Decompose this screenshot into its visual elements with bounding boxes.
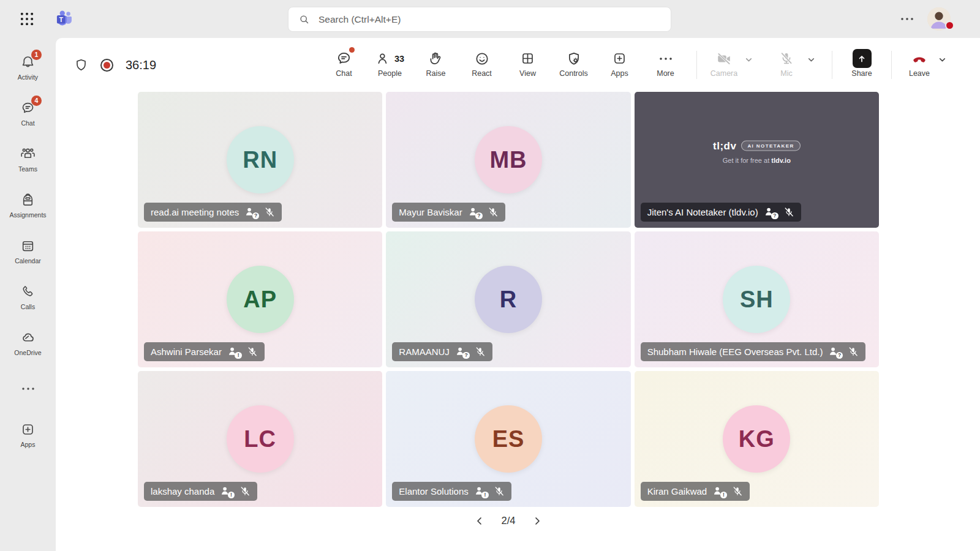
participant-nameplate: Kiran Gaikwad ! [641, 482, 750, 501]
camera-options-chevron-icon[interactable] [745, 56, 753, 64]
tldv-logo: tl;dv [713, 140, 736, 152]
leave-button[interactable]: Leave [900, 48, 938, 78]
shield-gear-icon [566, 48, 582, 69]
mic-off-icon [778, 48, 794, 69]
mic-options-chevron-icon[interactable] [807, 56, 815, 64]
participant-nameplate: RAMAANUJ ? [392, 342, 492, 361]
sidebar-item-teams[interactable]: Teams [0, 136, 56, 182]
meeting-timer: 36:19 [126, 58, 156, 72]
participant-tile[interactable]: LC lakshay chanda ! [138, 371, 382, 507]
share-button[interactable]: Share [841, 48, 883, 78]
mic-muted-icon [247, 347, 258, 358]
people-button[interactable]: 33 People [367, 38, 413, 92]
recording-indicator-icon[interactable] [100, 59, 113, 72]
backpack-icon [20, 192, 36, 208]
sidebar-item-apps[interactable]: Apps [0, 411, 56, 457]
participant-tile[interactable]: RN read.ai meeting notes ? [138, 92, 382, 228]
participant-tile[interactable]: KG Kiran Gaikwad ! [635, 371, 879, 507]
cloud-icon [20, 329, 36, 346]
apps-button[interactable]: Apps [597, 38, 643, 92]
participant-nameplate: Mayur Baviskar ? [392, 203, 505, 222]
mic-muted-icon [264, 207, 275, 218]
sidebar-item-onedrive[interactable]: OneDrive [0, 320, 56, 365]
chat-unread-dot [349, 47, 355, 53]
apps-plus-icon [612, 48, 627, 69]
camera-button[interactable]: Camera [703, 48, 745, 78]
search-bar[interactable] [288, 7, 671, 32]
grid-pagination: 2/4 [138, 515, 879, 527]
participant-name: Ashwini Parsekar [151, 347, 222, 357]
smiley-icon [474, 48, 490, 69]
app-sidebar: 1 Activity 4 Chat Teams [0, 38, 56, 551]
person-status-icon: ? [245, 206, 258, 218]
ellipsis-icon [21, 380, 35, 397]
app-launcher-waffle-icon[interactable] [18, 10, 37, 28]
person-status-icon: ! [228, 346, 241, 358]
avatar: MB [475, 126, 542, 193]
person-status-icon: ! [713, 485, 726, 497]
avatar: R [475, 266, 542, 333]
person-status-icon: ? [456, 346, 469, 358]
topbar-more-icon[interactable] [899, 13, 916, 24]
participant-name: Mayur Baviskar [399, 207, 462, 217]
raise-hand-button[interactable]: Raise [413, 38, 459, 92]
participant-name: Kiran Gaikwad [647, 486, 707, 497]
participant-tile-tldv[interactable]: tl;dv AI NOTETAKER Get it for free at tl… [635, 92, 879, 228]
more-button[interactable]: More [643, 38, 688, 92]
participant-name: read.ai meeting notes [151, 207, 239, 217]
next-page-chevron-icon[interactable] [532, 516, 542, 526]
top-bar: T [0, 0, 980, 38]
participant-nameplate: Ashwini Parsekar ! [144, 342, 265, 361]
sidebar-item-calendar[interactable]: Calendar [0, 228, 56, 274]
raised-hand-icon [428, 48, 444, 69]
tldv-tagline: Get it for free at tldv.io [723, 156, 791, 163]
participant-nameplate: Jiten's AI Notetaker (tldv.io) ? [641, 203, 801, 222]
sidebar-item-more[interactable] [0, 365, 56, 411]
participant-name: lakshay chanda [151, 486, 214, 497]
search-input[interactable] [318, 14, 661, 25]
mic-button[interactable]: Mic [766, 48, 807, 78]
view-button[interactable]: View [505, 38, 551, 92]
meeting-stage: 36:19 Chat [56, 38, 980, 551]
participant-tile[interactable]: MB Mayur Baviskar ? [386, 92, 630, 228]
participant-tile[interactable]: AP Ashwini Parsekar ! [138, 231, 382, 367]
tldv-branding: tl;dv AI NOTETAKER Get it for free at tl… [635, 140, 879, 163]
chat-badge: 4 [31, 96, 42, 106]
mic-muted-icon [494, 486, 505, 497]
avatar: SH [723, 266, 790, 333]
participant-tile[interactable]: ES Elantor Solutions ! [386, 371, 630, 507]
share-screen-icon [853, 48, 872, 69]
avatar: KG [723, 405, 790, 473]
participant-nameplate: read.ai meeting notes ? [144, 203, 282, 222]
chat-button[interactable]: Chat [321, 38, 367, 92]
sidebar-item-chat[interactable]: 4 Chat [0, 90, 56, 136]
sidebar-item-activity[interactable]: 1 Activity [0, 44, 56, 90]
participant-name: Elantor Solutions [399, 486, 468, 497]
avatar: RN [227, 126, 294, 193]
meeting-toolbar: 36:19 Chat [56, 38, 980, 92]
leave-options-chevron-icon[interactable] [938, 56, 946, 64]
page-indicator: 2/4 [502, 515, 516, 527]
grid-view-icon [520, 48, 535, 69]
chat-icon [336, 48, 352, 69]
mic-muted-icon [732, 486, 743, 497]
calendar-icon [20, 238, 36, 254]
mic-muted-icon [239, 486, 251, 497]
participant-tile[interactable]: R RAMAANUJ ? [386, 231, 630, 367]
sidebar-item-calls[interactable]: Calls [0, 274, 56, 320]
participant-tile[interactable]: SH Shubham Hiwale (EEG Overseas Pvt. Ltd… [635, 231, 879, 367]
react-button[interactable]: React [459, 38, 505, 92]
previous-page-chevron-icon[interactable] [475, 516, 484, 526]
mic-muted-icon [783, 207, 794, 218]
mic-muted-icon [475, 347, 486, 358]
person-status-icon: ! [221, 485, 233, 497]
participant-name: Shubham Hiwale (EEG Overseas Pvt. Ltd.) [647, 347, 823, 357]
meeting-security-shield-icon[interactable] [74, 58, 88, 72]
participant-nameplate: lakshay chanda ! [144, 482, 257, 501]
camera-off-icon [715, 48, 733, 69]
person-status-icon: ? [764, 206, 777, 218]
controls-button[interactable]: Controls [551, 38, 597, 92]
hang-up-icon [910, 48, 929, 69]
sidebar-item-assignments[interactable]: Assignments [0, 182, 56, 228]
participant-nameplate: Shubham Hiwale (EEG Overseas Pvt. Ltd.) … [641, 342, 866, 361]
